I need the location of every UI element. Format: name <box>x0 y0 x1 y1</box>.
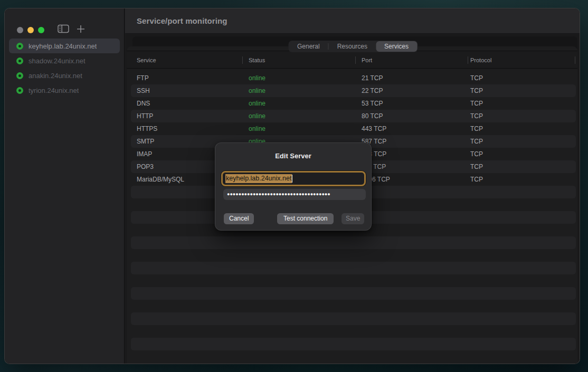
table-row <box>127 300 577 312</box>
cell-service: HTTP <box>137 110 153 122</box>
cell-service: HTTPS <box>137 122 157 135</box>
tab-services[interactable]: Services <box>376 41 417 52</box>
column-divider <box>468 56 468 64</box>
sidebar-item-server[interactable]: shadow.24unix.net <box>9 53 120 68</box>
table-row[interactable]: SSH online 22 TCP TCP <box>127 84 577 97</box>
password-input[interactable]: ●●●●●●●●●●●●●●●●●●●●●●●●●●●●●●●●●●●● <box>223 189 366 200</box>
close-button[interactable] <box>17 27 23 33</box>
tab-general[interactable]: General <box>289 41 328 52</box>
cell-protocol: TCP <box>470 135 483 148</box>
desktop-background: keyhelp.lab.24unix.net shadow.24unix.net… <box>0 0 588 372</box>
cell-port: 80 TCP <box>362 110 383 122</box>
cell-service: MariaDB/MySQL <box>137 173 184 186</box>
table-row <box>127 236 577 249</box>
title-bar: Service/port monitoring <box>125 8 580 34</box>
sidebar-item-server[interactable]: anakin.24unix.net <box>9 68 120 83</box>
tab-resources[interactable]: Resources <box>329 41 376 52</box>
hostname-input[interactable]: keyhelp.lab.24unix.net <box>221 171 366 186</box>
column-header-protocol[interactable]: Protocol <box>470 51 491 69</box>
cell-status: online <box>249 84 265 97</box>
column-header-service[interactable]: Service <box>137 51 156 69</box>
zoom-button[interactable] <box>38 27 44 33</box>
table-row <box>127 325 577 338</box>
table-row[interactable]: HTTP online 80 TCP TCP <box>127 110 577 122</box>
table-row <box>127 274 577 287</box>
cell-port: 22 TCP <box>362 84 383 97</box>
cell-status: online <box>249 72 265 84</box>
server-list: keyhelp.lab.24unix.net shadow.24unix.net… <box>5 39 124 98</box>
server-status-icon <box>16 43 23 50</box>
edit-server-dialog: Edit Server keyhelp.lab.24unix.net ●●●●●… <box>215 142 372 231</box>
save-button[interactable]: Save <box>342 213 364 224</box>
column-header-port[interactable]: Port <box>362 51 372 69</box>
cell-service: POP3 <box>137 160 154 173</box>
table-row <box>127 350 577 363</box>
sidebar-item-label: keyhelp.lab.24unix.net <box>29 42 97 50</box>
table-row <box>127 287 577 300</box>
cell-service: SMTP <box>137 135 154 148</box>
sidebar-item-label: shadow.24unix.net <box>29 57 86 65</box>
cell-protocol: TCP <box>470 148 483 160</box>
cell-protocol: TCP <box>470 160 483 173</box>
table-row <box>127 312 577 325</box>
table-row[interactable]: HTTPS online 443 TCP TCP <box>127 122 577 135</box>
sidebar-item-label: tyrion.24unix.net <box>29 87 79 94</box>
server-status-icon <box>16 72 23 79</box>
cell-protocol: TCP <box>470 173 483 186</box>
cell-service: IMAP <box>137 148 152 160</box>
column-divider <box>242 56 243 64</box>
cell-protocol: TCP <box>470 72 483 84</box>
hostname-selected-text: keyhelp.lab.24unix.net <box>225 174 292 183</box>
minimize-button[interactable] <box>27 27 34 33</box>
text-caret <box>292 175 292 183</box>
password-dots: ●●●●●●●●●●●●●●●●●●●●●●●●●●●●●●●●●●●● <box>227 189 330 200</box>
column-divider <box>355 56 356 64</box>
cell-protocol: TCP <box>470 97 483 110</box>
cell-protocol: TCP <box>470 110 483 122</box>
page-title: Service/port monitoring <box>137 16 227 25</box>
column-divider <box>575 56 575 64</box>
sidebar: keyhelp.lab.24unix.net shadow.24unix.net… <box>5 8 125 364</box>
test-connection-button[interactable]: Test connection <box>277 213 334 224</box>
toggle-sidebar-icon[interactable] <box>58 24 69 33</box>
dialog-title: Edit Server <box>215 152 371 160</box>
cell-protocol: TCP <box>470 84 483 97</box>
cell-status: online <box>249 110 265 122</box>
cell-port: 443 TCP <box>362 122 386 135</box>
table-row[interactable]: DNS online 53 TCP TCP <box>127 97 577 110</box>
view-tabs: GeneralResourcesServices <box>288 41 418 52</box>
add-server-icon[interactable] <box>77 25 85 33</box>
table-header: Service Status Port Protocol <box>127 51 577 69</box>
cell-protocol: TCP <box>470 122 483 135</box>
server-status-icon <box>16 87 23 94</box>
column-header-status[interactable]: Status <box>249 51 265 69</box>
cell-port: 21 TCP <box>362 72 383 84</box>
cell-status: online <box>249 122 265 135</box>
sidebar-item-label: anakin.24unix.net <box>29 72 82 80</box>
sidebar-item-server[interactable]: keyhelp.lab.24unix.net <box>9 39 120 53</box>
cell-service: DNS <box>137 97 150 110</box>
sidebar-item-server[interactable]: tyrion.24unix.net <box>9 83 120 98</box>
cell-service: SSH <box>137 84 150 97</box>
table-row <box>127 262 577 274</box>
table-row <box>127 338 577 350</box>
table-row[interactable]: FTP online 21 TCP TCP <box>127 72 577 84</box>
table-row <box>127 249 577 262</box>
app-window: keyhelp.lab.24unix.net shadow.24unix.net… <box>4 8 580 364</box>
cell-status: online <box>249 97 265 110</box>
cancel-button[interactable]: Cancel <box>224 213 254 224</box>
cell-port: 53 TCP <box>362 97 383 110</box>
cell-service: FTP <box>137 72 149 84</box>
server-status-icon <box>16 58 23 64</box>
